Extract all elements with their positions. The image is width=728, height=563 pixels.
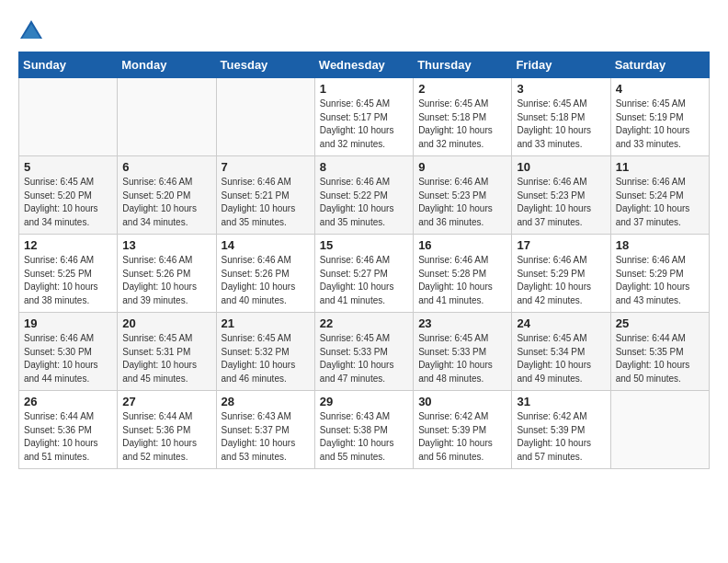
- day-info: Sunrise: 6:45 AMSunset: 5:17 PMDaylight:…: [320, 98, 408, 151]
- day-number: 16: [418, 238, 506, 252]
- day-info: Sunrise: 6:46 AMSunset: 5:20 PMDaylight:…: [122, 176, 210, 229]
- day-info: Sunrise: 6:42 AMSunset: 5:39 PMDaylight:…: [517, 410, 605, 464]
- calendar-cell: 2Sunrise: 6:45 AMSunset: 5:18 PMDaylight…: [414, 78, 512, 156]
- calendar-cell: 18Sunrise: 6:46 AMSunset: 5:29 PMDayligh…: [610, 235, 709, 313]
- calendar-cell: 12Sunrise: 6:46 AMSunset: 5:25 PMDayligh…: [19, 235, 118, 313]
- calendar-cell: 20Sunrise: 6:45 AMSunset: 5:31 PMDayligh…: [118, 313, 216, 391]
- day-number: 8: [320, 160, 408, 174]
- day-info: Sunrise: 6:46 AMSunset: 5:21 PMDaylight:…: [222, 176, 310, 229]
- calendar-cell: [216, 78, 314, 156]
- calendar-body: 1Sunrise: 6:45 AMSunset: 5:17 PMDaylight…: [19, 78, 710, 469]
- day-info: Sunrise: 6:46 AMSunset: 5:22 PMDaylight:…: [320, 176, 408, 229]
- weekday-header: Monday: [118, 52, 216, 78]
- day-info: Sunrise: 6:45 AMSunset: 5:33 PMDaylight:…: [320, 332, 408, 385]
- day-info: Sunrise: 6:43 AMSunset: 5:38 PMDaylight:…: [320, 410, 408, 464]
- day-number: 19: [24, 316, 112, 330]
- day-number: 13: [122, 238, 210, 252]
- day-number: 17: [517, 238, 605, 252]
- day-number: 26: [24, 395, 112, 408]
- calendar-cell: [610, 391, 709, 469]
- day-number: 27: [122, 395, 210, 408]
- day-number: 4: [616, 82, 704, 96]
- weekday-row: SundayMondayTuesdayWednesdayThursdayFrid…: [19, 52, 710, 78]
- calendar-cell: 19Sunrise: 6:46 AMSunset: 5:30 PMDayligh…: [19, 313, 118, 391]
- day-info: Sunrise: 6:45 AMSunset: 5:20 PMDaylight:…: [24, 176, 112, 229]
- day-number: 28: [222, 395, 310, 408]
- day-number: 7: [222, 160, 310, 174]
- calendar-cell: 10Sunrise: 6:46 AMSunset: 5:23 PMDayligh…: [512, 156, 610, 235]
- day-info: Sunrise: 6:45 AMSunset: 5:33 PMDaylight:…: [418, 332, 506, 385]
- calendar-cell: [118, 78, 216, 156]
- day-info: Sunrise: 6:42 AMSunset: 5:39 PMDaylight:…: [418, 410, 506, 464]
- day-info: Sunrise: 6:44 AMSunset: 5:36 PMDaylight:…: [122, 410, 210, 464]
- day-info: Sunrise: 6:44 AMSunset: 5:36 PMDaylight:…: [24, 410, 112, 464]
- day-number: 9: [418, 160, 506, 174]
- day-info: Sunrise: 6:46 AMSunset: 5:23 PMDaylight:…: [418, 176, 506, 229]
- logo: [18, 18, 48, 44]
- calendar-cell: 9Sunrise: 6:46 AMSunset: 5:23 PMDaylight…: [414, 156, 512, 235]
- calendar-cell: 22Sunrise: 6:45 AMSunset: 5:33 PMDayligh…: [314, 313, 413, 391]
- day-info: Sunrise: 6:46 AMSunset: 5:24 PMDaylight:…: [616, 176, 704, 229]
- weekday-header: Sunday: [19, 52, 118, 78]
- day-number: 23: [418, 316, 506, 330]
- day-info: Sunrise: 6:46 AMSunset: 5:25 PMDaylight:…: [24, 254, 112, 307]
- day-info: Sunrise: 6:46 AMSunset: 5:28 PMDaylight:…: [418, 254, 506, 307]
- calendar-cell: 1Sunrise: 6:45 AMSunset: 5:17 PMDaylight…: [314, 78, 413, 156]
- calendar-cell: 16Sunrise: 6:46 AMSunset: 5:28 PMDayligh…: [414, 235, 512, 313]
- calendar-cell: 29Sunrise: 6:43 AMSunset: 5:38 PMDayligh…: [314, 391, 413, 469]
- calendar-cell: 17Sunrise: 6:46 AMSunset: 5:29 PMDayligh…: [512, 235, 610, 313]
- calendar-cell: 13Sunrise: 6:46 AMSunset: 5:26 PMDayligh…: [118, 235, 216, 313]
- calendar-cell: 26Sunrise: 6:44 AMSunset: 5:36 PMDayligh…: [19, 391, 118, 469]
- day-number: 6: [122, 160, 210, 174]
- weekday-header: Saturday: [610, 52, 709, 78]
- day-number: 11: [616, 160, 704, 174]
- calendar-cell: 7Sunrise: 6:46 AMSunset: 5:21 PMDaylight…: [216, 156, 314, 235]
- calendar-cell: 14Sunrise: 6:46 AMSunset: 5:26 PMDayligh…: [216, 235, 314, 313]
- day-number: 24: [517, 316, 605, 330]
- day-info: Sunrise: 6:46 AMSunset: 5:30 PMDaylight:…: [24, 332, 112, 385]
- day-number: 21: [222, 316, 310, 330]
- calendar-week-row: 12Sunrise: 6:46 AMSunset: 5:25 PMDayligh…: [19, 235, 710, 313]
- calendar-cell: 27Sunrise: 6:44 AMSunset: 5:36 PMDayligh…: [118, 391, 216, 469]
- day-info: Sunrise: 6:43 AMSunset: 5:37 PMDaylight:…: [222, 410, 310, 464]
- calendar-cell: 11Sunrise: 6:46 AMSunset: 5:24 PMDayligh…: [610, 156, 709, 235]
- calendar-cell: 31Sunrise: 6:42 AMSunset: 5:39 PMDayligh…: [512, 391, 610, 469]
- weekday-header: Tuesday: [216, 52, 314, 78]
- day-info: Sunrise: 6:45 AMSunset: 5:34 PMDaylight:…: [517, 332, 605, 385]
- calendar-cell: 8Sunrise: 6:46 AMSunset: 5:22 PMDaylight…: [314, 156, 413, 235]
- calendar-cell: 6Sunrise: 6:46 AMSunset: 5:20 PMDaylight…: [118, 156, 216, 235]
- day-info: Sunrise: 6:44 AMSunset: 5:35 PMDaylight:…: [616, 332, 704, 385]
- calendar-cell: 21Sunrise: 6:45 AMSunset: 5:32 PMDayligh…: [216, 313, 314, 391]
- calendar-cell: 24Sunrise: 6:45 AMSunset: 5:34 PMDayligh…: [512, 313, 610, 391]
- calendar-cell: 4Sunrise: 6:45 AMSunset: 5:19 PMDaylight…: [610, 78, 709, 156]
- day-number: 14: [222, 238, 310, 252]
- calendar-week-row: 1Sunrise: 6:45 AMSunset: 5:17 PMDaylight…: [19, 78, 710, 156]
- day-info: Sunrise: 6:45 AMSunset: 5:32 PMDaylight:…: [222, 332, 310, 385]
- calendar-week-row: 19Sunrise: 6:46 AMSunset: 5:30 PMDayligh…: [19, 313, 710, 391]
- day-info: Sunrise: 6:46 AMSunset: 5:27 PMDaylight:…: [320, 254, 408, 307]
- day-info: Sunrise: 6:45 AMSunset: 5:19 PMDaylight:…: [616, 98, 704, 151]
- day-number: 30: [418, 395, 506, 408]
- logo-icon: [18, 18, 44, 44]
- page: SundayMondayTuesdayWednesdayThursdayFrid…: [0, 0, 728, 478]
- day-info: Sunrise: 6:46 AMSunset: 5:23 PMDaylight:…: [517, 176, 605, 229]
- day-number: 12: [24, 238, 112, 252]
- calendar-cell: [19, 78, 118, 156]
- day-info: Sunrise: 6:46 AMSunset: 5:29 PMDaylight:…: [517, 254, 605, 307]
- calendar-cell: 3Sunrise: 6:45 AMSunset: 5:18 PMDaylight…: [512, 78, 610, 156]
- calendar-header: SundayMondayTuesdayWednesdayThursdayFrid…: [19, 52, 710, 78]
- day-number: 18: [616, 238, 704, 252]
- day-number: 1: [320, 82, 408, 96]
- day-number: 10: [517, 160, 605, 174]
- day-number: 22: [320, 316, 408, 330]
- day-info: Sunrise: 6:46 AMSunset: 5:29 PMDaylight:…: [616, 254, 704, 307]
- day-number: 15: [320, 238, 408, 252]
- weekday-header: Wednesday: [314, 52, 413, 78]
- calendar-week-row: 26Sunrise: 6:44 AMSunset: 5:36 PMDayligh…: [19, 391, 710, 469]
- calendar-cell: 23Sunrise: 6:45 AMSunset: 5:33 PMDayligh…: [414, 313, 512, 391]
- day-number: 25: [616, 316, 704, 330]
- day-info: Sunrise: 6:46 AMSunset: 5:26 PMDaylight:…: [122, 254, 210, 307]
- header: [18, 18, 710, 44]
- day-number: 31: [517, 395, 605, 408]
- calendar-cell: 25Sunrise: 6:44 AMSunset: 5:35 PMDayligh…: [610, 313, 709, 391]
